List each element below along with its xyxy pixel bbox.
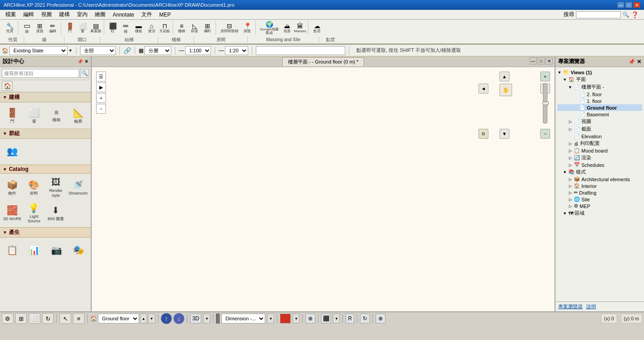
menu-build[interactable]: 建構	[55, 10, 73, 19]
dim-select[interactable]: Dimension -...	[221, 314, 265, 323]
tree-basement[interactable]: 📄 Basement	[557, 111, 642, 118]
tree-ground-floor[interactable]: 📄 Ground floor	[557, 104, 642, 111]
help-link[interactable]: 說明	[586, 303, 596, 310]
select-button[interactable]: ↖	[59, 313, 71, 324]
filter-input[interactable]	[256, 46, 345, 55]
scale1-dropdown[interactable]: 1:100	[185, 46, 211, 55]
list-button[interactable]: ≡	[73, 313, 85, 324]
tree-floor-1[interactable]: 📄 1. floor	[557, 98, 642, 104]
panel-bim[interactable]: ⬇ BIM 圖書	[45, 201, 66, 226]
down-arrow-button[interactable]: ↓	[174, 313, 184, 324]
pin-icon[interactable]: 📌	[77, 59, 83, 64]
panel-gen4[interactable]: 🎭	[68, 239, 89, 262]
scale2-dropdown[interactable]: 1:20	[225, 46, 248, 55]
column-button[interactable]: ⬛ 柱	[106, 21, 119, 34]
tree-floor-plan[interactable]: ▼ 🏠 平面	[557, 76, 642, 83]
tree-render[interactable]: ▷ 🔄 渲染	[557, 154, 642, 162]
right-panel-pin-icon[interactable]: 📌	[628, 59, 635, 65]
survey-button[interactable]: 📍 調查	[241, 21, 254, 34]
google-maps-button[interactable]: 🌍 Google地圖集成	[258, 21, 280, 34]
tree-styles[interactable]: ▼ 📚 樣式	[557, 168, 642, 176]
masses-button[interactable]: 🏛 Masses	[294, 21, 306, 34]
nav-expand-button[interactable]: ▶	[96, 82, 106, 92]
tree-zones[interactable]: ▼ 🗺 區域	[557, 209, 642, 217]
property-button[interactable]: 🔧 性質	[4, 21, 16, 34]
railing-button[interactable]: ⊞ 欄杆	[201, 21, 214, 34]
canvas-content[interactable]: ☰ ▶ + − + ▲ ◄ 🖐 ► ▼ − ⊟	[92, 67, 555, 311]
dim-dropdown-btn[interactable]: ▼	[267, 314, 274, 323]
measure-button[interactable]: ⬛	[321, 314, 331, 323]
panel-render-style[interactable]: 🖼 Render style	[45, 175, 66, 200]
door-button[interactable]: 🚪 門	[64, 21, 76, 34]
tree-elevation[interactable]: 📄 Elevation	[557, 133, 642, 140]
ceiling-button[interactable]: ⊓ 天花板	[158, 21, 171, 34]
search-input[interactable]	[2, 69, 79, 78]
menu-interior[interactable]: 室內	[73, 10, 91, 19]
tree-drafting[interactable]: ▷ ✏ Drafting	[557, 189, 642, 196]
canvas-close-button[interactable]: ✕	[546, 57, 553, 64]
menu-document[interactable]: 文件	[138, 10, 156, 19]
ramp-button[interactable]: ◺ 斜坡	[188, 21, 201, 34]
tree-interior[interactable]: ▷ 🏠 Interior	[557, 183, 642, 189]
tree-site[interactable]: ▷ 🌐 Site	[557, 196, 642, 203]
color-button[interactable]	[280, 314, 291, 323]
tree-views[interactable]: ▼ 📁 Views (1)	[557, 69, 642, 76]
pan-down-button[interactable]: ▼	[500, 129, 509, 139]
close-button[interactable]: ✕	[633, 2, 640, 8]
R-button[interactable]: R	[346, 314, 354, 323]
state-dropdown[interactable]: Existing State	[9, 46, 68, 55]
stairs-button[interactable]: ≡ 樓梯	[175, 21, 188, 34]
curtain-wall-button[interactable]: ▤ 幕墓牆	[89, 21, 102, 34]
close-panel-icon[interactable]: ✕	[85, 59, 88, 64]
menu-file[interactable]: 檔案	[2, 10, 20, 19]
floor-up-btn[interactable]: ▲	[140, 314, 147, 323]
nav-minus-button[interactable]: −	[96, 104, 106, 114]
menu-view[interactable]: 視圖	[38, 10, 55, 19]
beam-button[interactable]: ═ 樑	[119, 21, 132, 34]
panel-group-item[interactable]: 👥	[2, 140, 23, 163]
project-browser-link[interactable]: 專案瀏覽器	[558, 303, 583, 310]
menu-search[interactable]: 搜尋 🔍 ❓	[560, 10, 642, 19]
window-button[interactable]: ⬜ 窗	[76, 21, 89, 34]
pan-up-button[interactable]: ▲	[500, 72, 509, 81]
panel-materials[interactable]: 🎨 材料	[24, 175, 45, 200]
floor-down-btn[interactable]: ▼	[148, 314, 155, 323]
connect-button[interactable]: ⊞ 連接	[34, 21, 46, 34]
slab-button[interactable]: ▬ 樓板	[132, 21, 145, 34]
menu-draw[interactable]: 繪圖	[91, 10, 109, 19]
tree-mep[interactable]: ▷ ⚙ MEP	[557, 203, 642, 209]
snap-button[interactable]: ⬜	[29, 313, 40, 324]
maximize-button[interactable]: □	[625, 2, 632, 8]
wall-edit-button[interactable]: ✏ 編輯	[47, 21, 59, 34]
panel-gen1[interactable]: 📋	[2, 239, 23, 262]
tree-views-node[interactable]: ▷ 📄 視圖	[557, 118, 642, 125]
minimize-button[interactable]: —	[617, 2, 624, 8]
home-button[interactable]: 🏠	[2, 81, 13, 91]
3d-dropdown-btn[interactable]: ▼	[203, 314, 210, 323]
rotate-button[interactable]: ↻	[360, 314, 370, 323]
menu-edit[interactable]: 編輯	[20, 10, 38, 19]
panel-profile[interactable]: 📐 輪廓	[68, 104, 89, 127]
canvas-restore-button[interactable]: □	[538, 57, 545, 64]
pan-center-button[interactable]: 🖐	[500, 84, 512, 96]
3d-button[interactable]: 3D	[190, 314, 201, 323]
layer-filter-dropdown[interactable]: 分層	[144, 46, 171, 55]
wall-button[interactable]: ▭ 牆	[21, 21, 33, 34]
pan-left-button[interactable]: ◄	[479, 84, 488, 94]
north-button[interactable]: ⊕	[305, 314, 315, 323]
panel-showroom[interactable]: 🚿 Showroom	[67, 175, 89, 200]
nav-plus-button[interactable]: +	[96, 93, 106, 103]
nav-list-button[interactable]: ☰	[96, 72, 106, 81]
terrain-button[interactable]: ⛰ 地形	[281, 21, 293, 34]
tree-section[interactable]: ▷ 📄 截面	[557, 125, 642, 133]
zoom-fit-button[interactable]: ⊟	[479, 129, 488, 139]
tree-moodboard[interactable]: ▷ 📋 Mood board	[557, 147, 642, 154]
panel-door[interactable]: 🚪 門	[2, 104, 23, 127]
panel-window[interactable]: ⬜ 窗	[24, 104, 45, 127]
search-field[interactable]	[576, 11, 621, 18]
menu-annotate[interactable]: Annotate	[109, 10, 138, 19]
measure-dropdown-btn[interactable]: ▼	[333, 314, 340, 323]
tree-level-plan[interactable]: ▼ 📄 樓層平面 -	[557, 83, 642, 91]
grid-button[interactable]: ⊞	[15, 313, 27, 324]
canvas-minimize-button[interactable]: —	[530, 57, 537, 64]
